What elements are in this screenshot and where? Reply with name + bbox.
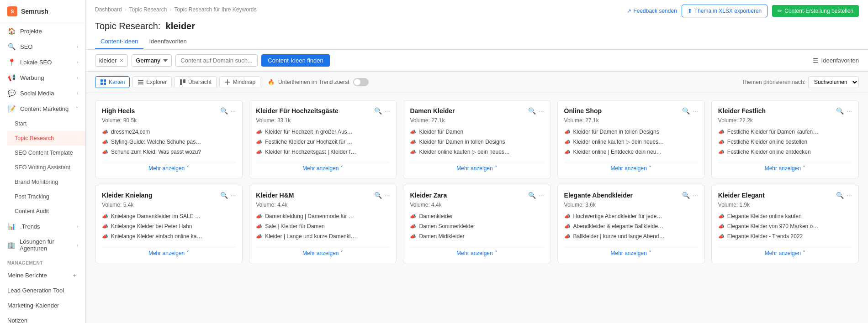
search-icon[interactable]: 🔍 <box>374 192 382 199</box>
sidebar-item-projekte[interactable]: 🏠 Projekte <box>0 23 85 39</box>
more-icon[interactable]: ··· <box>385 192 390 199</box>
card-more-button[interactable]: Mehr anzeigen ˅ <box>410 247 544 256</box>
card-items: 📣 Knielange Damenkleider im SALE ✔ Günst… <box>102 213 236 240</box>
search-icon[interactable]: 🔍 <box>836 107 844 115</box>
card-actions: 🔍 ··· <box>836 192 852 199</box>
card-more-button[interactable]: Mehr anzeigen ˅ <box>410 162 544 172</box>
favorites-label[interactable]: Ideenfavoriten <box>821 57 859 64</box>
breadcrumb-dashboard[interactable]: Dashboard <box>95 6 122 13</box>
sidebar-item-trends[interactable]: 📊 .Trends › <box>0 219 85 234</box>
country-select[interactable]: Germany <box>132 54 172 67</box>
sidebar-item-seo[interactable]: 🔍 SEO › <box>0 39 85 54</box>
card-title: Kleider Für Hochzeitsgäste <box>256 107 374 115</box>
more-icon[interactable]: ··· <box>693 107 698 115</box>
search-icon[interactable]: 🔍 <box>682 107 690 115</box>
sidebar-item-content-audit[interactable]: Content Audit <box>7 204 85 219</box>
view-mindmap-button[interactable]: Mindmap <box>219 76 260 88</box>
more-icon[interactable]: ··· <box>231 107 236 115</box>
card-header: Damen Kleider 🔍 ··· <box>410 107 544 115</box>
sidebar-item-social-media[interactable]: 💬 Social Media › <box>0 85 85 101</box>
card-items: 📣 Hochwertige Abendkleider für jeden Anl… <box>564 213 698 240</box>
sidebar-item-notizen[interactable]: Notizen <box>0 313 85 323</box>
card-more-button[interactable]: Mehr anzeigen ˅ <box>718 247 852 256</box>
more-icon[interactable]: ··· <box>539 107 544 115</box>
sidebar-item-brand-monitoring[interactable]: Brand Monitoring <box>7 175 85 189</box>
search-icon[interactable]: 🔍 <box>528 107 536 115</box>
more-icon[interactable]: ··· <box>231 192 236 199</box>
sidebar-item-marketing-kalender[interactable]: Marketing-Kalender <box>0 298 85 313</box>
search-icon[interactable]: 🔍 <box>836 192 844 199</box>
bullet-icon: 📣 <box>718 233 725 240</box>
card-items: 📣 Festliche Kleider für Damen kaufen ▷ l… <box>718 128 852 156</box>
sidebar-item-post-tracking[interactable]: Post Tracking <box>7 189 85 204</box>
sidebar-item-start[interactable]: Start <box>7 116 85 131</box>
more-icon[interactable]: ··· <box>539 192 544 199</box>
view-uebersicht-button[interactable]: Übersicht <box>175 76 217 88</box>
card-items: 📣 Kleider für Hochzeit in großer Auswahl… <box>256 128 390 156</box>
card-items: 📣 Kleider für Damen in tollen Designs 📣 … <box>564 128 698 156</box>
card-item: 📣 Festliche Kleider online bestellen <box>718 138 852 146</box>
card-item-text: Festliche Kleider online entdecken <box>727 148 811 156</box>
feedback-button[interactable]: ↗ Feedback senden <box>627 8 677 14</box>
card-header: Elegante Abendkleider 🔍 ··· <box>564 192 698 199</box>
more-icon[interactable]: ··· <box>693 192 698 199</box>
bullet-icon: 📣 <box>718 223 725 230</box>
card-more-button[interactable]: Mehr anzeigen ˅ <box>718 162 852 172</box>
card-kleider-elegant: Kleider Elegant 🔍 ··· Volume: 1.9k 📣 Ele… <box>711 185 859 263</box>
sidebar-item-seo-writing-assistant[interactable]: SEO Writing Assistant <box>7 160 85 175</box>
sidebar-item-meine-berichte[interactable]: Meine Berichte + <box>0 267 85 283</box>
chevron-icon: › <box>77 75 78 80</box>
card-kleider-hochzeitsgaeste: Kleider Für Hochzeitsgäste 🔍 ··· Volume:… <box>249 100 397 178</box>
search-tag-remove[interactable]: ✕ <box>119 57 124 64</box>
search-icon[interactable]: 🔍 <box>220 107 228 115</box>
home-icon: 🏠 <box>7 27 16 35</box>
find-button[interactable]: Content-Ideen finden <box>261 54 329 67</box>
more-icon[interactable]: ··· <box>385 107 390 115</box>
tab-ideenfavoriten[interactable]: Ideenfavoriten <box>143 35 192 49</box>
bullet-icon: 📣 <box>410 149 416 156</box>
domain-input[interactable] <box>175 54 258 67</box>
card-more-button[interactable]: Mehr anzeigen ˅ <box>256 247 390 256</box>
card-item: 📣 Damenkleidung | Damenmode für Sommer &… <box>256 213 390 220</box>
card-items: 📣 dressme24.com 📣 Styling-Guide: Welche … <box>102 128 236 156</box>
card-more-button[interactable]: Mehr anzeigen ˅ <box>564 247 698 256</box>
order-button[interactable]: ✏ Content-Erstellung bestellen <box>772 5 859 17</box>
svg-rect-7 <box>180 79 182 85</box>
bullet-icon: 📣 <box>718 213 725 220</box>
sidebar-item-topic-research[interactable]: Topic Research <box>7 131 85 146</box>
sidebar-item-werbung[interactable]: 📢 Werbung › <box>0 70 85 85</box>
trend-toggle-switch[interactable] <box>353 78 369 86</box>
svg-rect-3 <box>104 83 106 85</box>
more-icon[interactable]: ··· <box>847 107 852 115</box>
view-karten-button[interactable]: Karten <box>95 76 130 88</box>
breadcrumb-topic-research[interactable]: Topic Research <box>129 6 167 13</box>
tab-content-ideen[interactable]: Content-Ideen <box>95 35 143 49</box>
more-label: Mehr anzeigen <box>148 165 185 172</box>
sidebar-item-seo-content-template[interactable]: SEO Content Template <box>7 146 85 160</box>
search-icon[interactable]: 🔍 <box>528 192 536 199</box>
sidebar-item-loesungen[interactable]: 🏢 Lösungen für Agenturen › <box>0 234 85 256</box>
card-volume: Volume: 27.1k <box>410 117 544 124</box>
more-icon[interactable]: ··· <box>847 192 852 199</box>
card-more-button[interactable]: Mehr anzeigen ˅ <box>256 162 390 172</box>
sidebar-item-lokale-seo[interactable]: 📍 Lokale SEO › <box>0 54 85 70</box>
sort-select[interactable]: Suchvolumen <box>808 76 859 88</box>
bullet-icon: 📣 <box>256 213 262 220</box>
card-header: Online Shop 🔍 ··· <box>564 107 698 115</box>
sidebar-item-content-marketing[interactable]: 📝 Content Marketing ˅ <box>0 101 85 116</box>
export-button[interactable]: ⬆ Thema in XLSX exportieren <box>682 5 767 17</box>
card-more-button[interactable]: Mehr anzeigen ˅ <box>102 162 236 172</box>
content-marketing-submenu: Start Topic Research SEO Content Templat… <box>0 116 85 219</box>
sidebar-item-lead-generation[interactable]: Lead Generation Tool <box>0 283 85 298</box>
more-label: Mehr anzeigen <box>765 165 801 172</box>
sort-control: Themen priorisieren nach: Suchvolumen <box>742 76 859 88</box>
card-more-button[interactable]: Mehr anzeigen ˅ <box>564 162 698 172</box>
bullet-icon: 📣 <box>564 139 571 146</box>
search-icon[interactable]: 🔍 <box>220 192 228 199</box>
add-icon[interactable]: + <box>71 271 78 279</box>
card-more-button[interactable]: Mehr anzeigen ˅ <box>102 247 236 256</box>
search-icon[interactable]: 🔍 <box>374 107 382 115</box>
search-tag: kleider ✕ <box>95 54 128 67</box>
search-icon[interactable]: 🔍 <box>682 192 690 199</box>
view-explorer-button[interactable]: Explorer <box>132 76 172 88</box>
